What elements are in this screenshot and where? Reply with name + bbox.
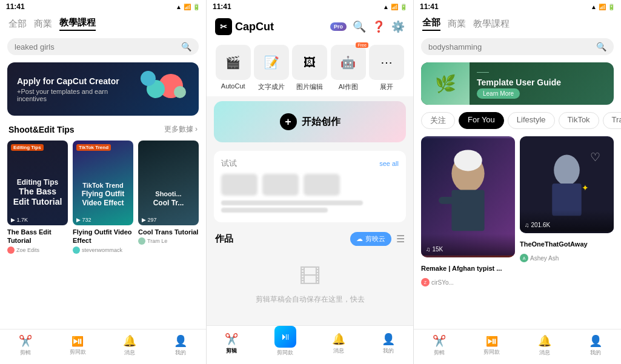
left-nav-cut[interactable]: ✂️ 剪輯: [19, 334, 32, 357]
left-nav-me-label: 我的: [175, 349, 186, 357]
right-battery-icon: 🔋: [608, 4, 615, 10]
tab-lifestyle[interactable]: Lifestyle: [508, 112, 555, 129]
mid-nav-jiantong[interactable]: ⏯ 剪同款: [274, 331, 296, 357]
right-search-bar[interactable]: 🔍: [421, 38, 614, 55]
thumb-views-0: ▶ 1.7K: [11, 217, 28, 223]
qa-textcomp[interactable]: 📝 文字成片: [254, 45, 289, 91]
left-top-nav: 全部 商業 教學課程: [0, 13, 206, 35]
right-panel: 11:41 ▲ 📶 🔋 全部 商業 教學課程 🔍 🌿 —— Template U…: [414, 0, 621, 364]
left-banner-decoration: [134, 71, 189, 107]
grid-author-name-0: cirSYo...: [431, 279, 454, 286]
video-card-1[interactable]: TikTok TrendFlying Outfit Video Effect T…: [73, 141, 133, 254]
learn-more-button[interactable]: Learn More: [477, 88, 520, 99]
pro-badge[interactable]: Pro: [330, 22, 347, 31]
qa-photoedit-label: 图片编辑: [296, 82, 323, 91]
mid-search-icon[interactable]: 🔍: [353, 20, 366, 33]
svg-text:✦: ✦: [582, 184, 589, 193]
left-status-time: 11:41: [6, 2, 25, 11]
video-list: Editing TipsThe Bass Edit Tutorial Editi…: [0, 137, 206, 257]
see-all-link[interactable]: see all: [379, 160, 399, 167]
grid-author-1: A Ashey Ash: [520, 254, 614, 262]
author-name-1: stevenwommack: [82, 247, 122, 253]
right-bottom-nav: ✂️ 剪輯 ⏯️ 剪同款 🔔 消息 👤 我的: [414, 329, 621, 364]
left-status-icons: ▲ 📶 🔋: [176, 4, 200, 10]
qa-expand[interactable]: ⋯ 展开: [369, 45, 404, 91]
grid-author-avatar-1: A: [520, 254, 528, 262]
thumb-bg-1: TikTok TrendFlying Outfit Video Effect: [73, 141, 133, 225]
right-nav-cut[interactable]: ✂️ 剪輯: [433, 334, 446, 357]
works-empty: 🎞 剪辑草稿会自动保存在这里，快去: [215, 258, 405, 311]
grid-views-0: ♫15K: [426, 246, 510, 253]
right-nav-tutorial[interactable]: 教學課程: [473, 18, 510, 30]
left-banner-title: Apply for CapCut Creator: [17, 76, 134, 86]
mid-settings-icon[interactable]: ⚙️: [391, 20, 405, 33]
mid-header-icons: Pro 🔍 ❓ ⚙️: [330, 20, 405, 33]
video-card-2[interactable]: Shooti...Cool Tr... ▶ 297 Cool Trans Tut…: [138, 141, 199, 254]
qa-textcomp-label: 文字成片: [258, 82, 285, 91]
tab-travel[interactable]: Travel: [603, 112, 621, 129]
qa-autocut[interactable]: 🎬 AutoCut: [216, 45, 251, 91]
left-banner[interactable]: Apply for CapCut Creator +Post your temp…: [7, 62, 199, 116]
right-banner[interactable]: 🌿 —— Template User Guide Learn More: [421, 62, 614, 105]
qa-textcomp-thumb: 📝: [254, 45, 289, 80]
tab-follow[interactable]: 关注: [421, 112, 455, 129]
right-nav-msg[interactable]: 🔔 消息: [538, 334, 551, 357]
qa-expand-thumb: ⋯: [369, 45, 404, 80]
qa-aipaint[interactable]: 🤖 Free AI作图: [331, 45, 366, 91]
scissors-icon: ✂️: [19, 334, 32, 348]
right-nav-me[interactable]: 👤 我的: [589, 334, 602, 357]
create-section[interactable]: + 开始创作: [214, 101, 406, 142]
mid-panel: 11:41 ▲ 📶 🔋 ✂ CapCut Pro 🔍 ❓ ⚙️ 🎬 AutoCu…: [207, 0, 414, 364]
grid-author-name-1: Ashey Ash: [530, 255, 559, 262]
grid-thumb-1[interactable]: ♡ ✦ ♫201.6K: [520, 136, 614, 233]
video-thumb-0: Editing TipsThe Bass Edit Tutorial Editi…: [7, 141, 68, 225]
grid-thumb-0[interactable]: ♫15K: [421, 136, 515, 257]
video-card-title-0: The Bass Edit Tutorial: [7, 228, 68, 245]
template-icon: ⏯️: [71, 336, 84, 347]
mid-nav-msg[interactable]: 🔔 消息: [332, 333, 345, 355]
right-nav-all[interactable]: 全部: [422, 17, 440, 31]
battery-icon: 🔋: [193, 4, 200, 10]
right-nav-business[interactable]: 商業: [448, 18, 466, 30]
left-search-bar[interactable]: 🔍: [7, 38, 199, 55]
list-icon[interactable]: ☰: [396, 233, 405, 245]
mid-help-icon[interactable]: ❓: [372, 20, 385, 33]
section-more[interactable]: 更多數據 ›: [164, 124, 198, 134]
video-card-0[interactable]: Editing TipsThe Bass Edit Tutorial Editi…: [7, 141, 68, 254]
qa-photoedit[interactable]: 🖼 图片编辑: [292, 45, 327, 91]
explore-label: 试试: [221, 158, 237, 169]
grid-views-1: ♫201.6K: [525, 222, 609, 228]
grid-overlay-1: ♫201.6K: [520, 210, 614, 233]
qa-autocut-label: AutoCut: [221, 82, 245, 90]
right-nav-me-label: 我的: [590, 349, 601, 357]
mid-nav-cut[interactable]: ✂️ 剪辑: [225, 333, 238, 355]
right-status-time: 11:41: [420, 2, 439, 11]
left-nav-me[interactable]: 👤 我的: [174, 334, 187, 357]
right-scissors-icon: ✂️: [433, 334, 446, 348]
right-bell-icon: 🔔: [538, 334, 551, 348]
right-user-icon: 👤: [589, 334, 602, 348]
right-search-input[interactable]: [428, 42, 596, 51]
nav-business[interactable]: 商業: [34, 18, 52, 30]
qa-photoedit-thumb: 🖼: [292, 45, 327, 80]
nav-tutorial[interactable]: 教學課程: [59, 17, 96, 31]
right-nav-jiantong-label: 剪同款: [483, 348, 500, 356]
svg-point-7: [554, 155, 580, 185]
tab-tiktok[interactable]: TikTok: [559, 112, 599, 129]
right-nav-jiantong[interactable]: ⏯️ 剪同款: [483, 336, 500, 356]
tab-foryou[interactable]: For You: [459, 112, 504, 129]
left-nav-msg[interactable]: 🔔 消息: [123, 334, 136, 357]
left-nav-jiantong[interactable]: ⏯️ 剪同款: [70, 336, 86, 356]
mid-nav-me[interactable]: 👤 我的: [382, 333, 395, 355]
right-banner-image: 🌿: [421, 62, 470, 105]
explore-section: 试试 see all: [214, 151, 406, 222]
create-button[interactable]: + 开始创作: [280, 113, 340, 130]
left-nav-jiantong-label: 剪同款: [70, 348, 86, 356]
section-header: Shoot&Edit Tips 更多數據 ›: [0, 119, 206, 137]
grid-title-1: TheOneThatGotAway: [520, 240, 614, 248]
mid-wifi-icon: 📶: [391, 4, 398, 10]
blur-thumb-1: [221, 174, 257, 196]
left-search-input[interactable]: [15, 42, 181, 51]
nav-all[interactable]: 全部: [8, 18, 27, 30]
cloud-badge[interactable]: ☁ 剪映云: [350, 232, 391, 246]
